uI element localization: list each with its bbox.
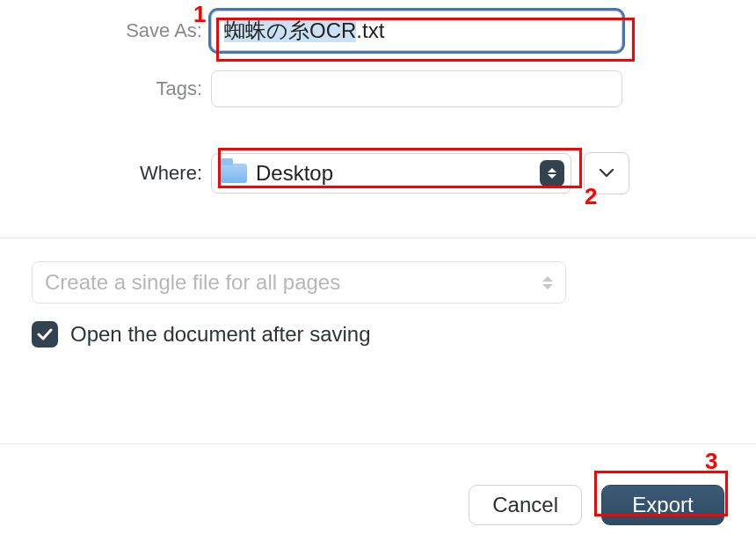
expand-location-button[interactable] <box>584 152 629 194</box>
tags-label: Tags: <box>0 77 211 100</box>
divider-bottom <box>0 443 756 444</box>
open-after-checkbox[interactable] <box>32 321 58 348</box>
save-as-input[interactable] <box>211 11 622 51</box>
cancel-button[interactable]: Cancel <box>469 485 582 525</box>
where-location-text: Desktop <box>256 161 333 186</box>
options-area: Create a single file for all pages Open … <box>0 238 756 348</box>
save-as-field[interactable]: 蜘蛛の糸OCR.txt <box>211 11 622 51</box>
export-button[interactable]: Export <box>601 485 724 525</box>
save-as-label: Save As: <box>0 19 211 42</box>
open-after-row: Open the document after saving <box>32 321 724 348</box>
tags-input[interactable] <box>211 70 622 107</box>
where-location-select[interactable]: Desktop <box>211 153 571 194</box>
open-after-label: Open the document after saving <box>70 322 371 347</box>
single-file-combo[interactable]: Create a single file for all pages <box>32 261 566 304</box>
save-as-row: Save As: 蜘蛛の糸OCR.txt <box>0 0 756 42</box>
updown-icon <box>540 160 564 187</box>
folder-icon <box>221 164 247 183</box>
tags-row: Tags: <box>0 69 756 109</box>
dialog-footer: Cancel Export <box>0 461 756 549</box>
where-label: Where: <box>0 162 211 185</box>
chevron-down-icon <box>600 169 614 178</box>
single-file-combo-label: Create a single file for all pages <box>45 270 340 295</box>
check-icon <box>37 328 53 340</box>
updown-icon <box>542 276 553 289</box>
export-dialog: Save As: 蜘蛛の糸OCR.txt Tags: Where: Deskto… <box>0 0 756 549</box>
where-row: Where: Desktop <box>0 151 756 195</box>
